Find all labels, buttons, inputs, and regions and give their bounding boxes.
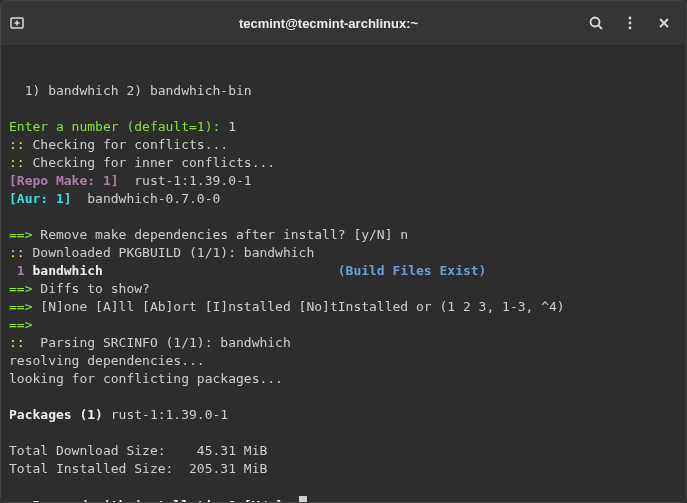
item-name: bandwhich (25, 263, 338, 278)
repo-make-label: [Repo Make: 1] (9, 173, 119, 188)
colon-prefix: :: (9, 335, 32, 350)
status-line: Parsing SRCINFO (1/1): bandwhich (32, 335, 290, 350)
svg-line-4 (599, 26, 603, 30)
arrow-prefix: ==> (9, 299, 32, 314)
new-tab-icon[interactable] (9, 15, 25, 31)
svg-point-6 (629, 22, 632, 25)
question-line: Proceed with installation? [Y/n] (32, 498, 290, 502)
item-number: 1 (9, 263, 25, 278)
options-line: 1) bandwhich 2) bandwhich-bin (9, 83, 252, 98)
terminal-body[interactable]: 1) bandwhich 2) bandwhich-bin Enter a nu… (1, 46, 686, 502)
packages-label: Packages (1) (9, 407, 103, 422)
svg-point-7 (629, 27, 632, 30)
installed-size-label: Total Installed Size: (9, 461, 189, 476)
titlebar-left (9, 15, 69, 31)
arrow-prefix: ==> (9, 227, 32, 242)
status-line: Checking for inner conflicts... (32, 155, 275, 170)
build-status: (Build Files Exist) (338, 263, 487, 278)
download-size-label: Total Download Size: (9, 443, 189, 458)
status-line: Checking for conflicts... (32, 137, 228, 152)
question-line: Remove make dependencies after install? … (32, 227, 400, 242)
user-input: n (400, 227, 408, 242)
download-size-value: 45.31 MiB (189, 443, 267, 458)
status-line: resolving dependencies... (9, 353, 205, 368)
package-name: rust-1:1.39.0-1 (119, 173, 252, 188)
prompt-number: Enter a number (default=1): (9, 119, 228, 134)
terminal-window: tecmint@tecmint-archlinux:~ (0, 0, 687, 503)
colon-prefix: :: (9, 245, 32, 260)
titlebar-right (588, 15, 678, 31)
colon-prefix: :: (9, 155, 32, 170)
status-line: looking for conflicting packages... (9, 371, 283, 386)
close-icon[interactable] (656, 15, 672, 31)
colon-prefix: :: (9, 137, 32, 152)
installed-size-value: 205.31 MiB (189, 461, 267, 476)
window-title: tecmint@tecmint-archlinux:~ (69, 16, 588, 31)
arrow-prefix: ==> (9, 317, 32, 332)
search-icon[interactable] (588, 15, 604, 31)
svg-point-5 (629, 17, 632, 20)
aur-label: [Aur: 1] (9, 191, 72, 206)
cursor (299, 496, 307, 502)
options-line: [N]one [A]ll [Ab]ort [I]nstalled [No]tIn… (32, 299, 564, 314)
titlebar: tecmint@tecmint-archlinux:~ (1, 1, 686, 46)
user-input: 1 (228, 119, 236, 134)
svg-point-3 (591, 18, 600, 27)
arrow-prefix: ==> (9, 281, 32, 296)
menu-icon[interactable] (622, 15, 638, 31)
question-line: Diffs to show? (32, 281, 149, 296)
status-line: Downloaded PKGBUILD (1/1): bandwhich (32, 245, 314, 260)
package-list: rust-1:1.39.0-1 (103, 407, 228, 422)
user-input: y (291, 498, 299, 502)
colon-prefix: :: (9, 498, 32, 502)
package-name: bandwhich-0.7.0-0 (72, 191, 221, 206)
